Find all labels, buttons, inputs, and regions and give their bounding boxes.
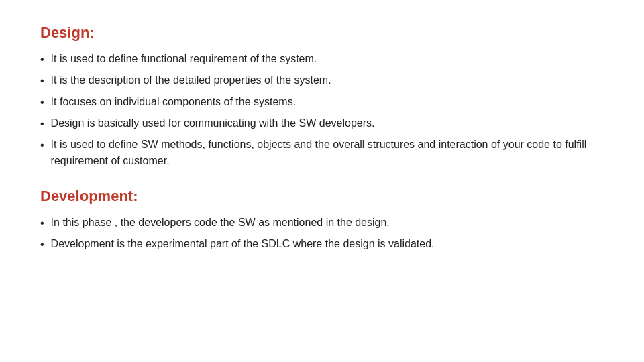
development-bullet-item: •Development is the experimental part of… xyxy=(40,236,604,253)
design-bullet-item: •Design is basically used for communicat… xyxy=(40,115,604,132)
design-bullet-text: It focuses on individual components of t… xyxy=(51,94,297,110)
bullet-symbol: • xyxy=(40,52,44,68)
development-bullet-list: •In this phase , the developers code the… xyxy=(40,215,604,253)
bullet-symbol: • xyxy=(40,237,44,253)
design-bullet-text: It is the description of the detailed pr… xyxy=(51,72,331,88)
design-bullet-item: •It is used to define SW methods, functi… xyxy=(40,137,604,169)
development-title: Development: xyxy=(40,188,604,205)
design-section: Design: •It is used to define functional… xyxy=(40,24,604,169)
bullet-symbol: • xyxy=(40,95,44,111)
page-container: Design: •It is used to define functional… xyxy=(0,0,644,285)
development-section: Development: •In this phase , the develo… xyxy=(40,188,604,253)
design-bullet-item: •It is the description of the detailed p… xyxy=(40,72,604,89)
development-bullet-text: Development is the experimental part of … xyxy=(51,236,435,252)
development-bullet-text: In this phase , the developers code the … xyxy=(51,215,390,231)
bullet-symbol: • xyxy=(40,215,44,231)
bullet-symbol: • xyxy=(40,116,44,132)
design-bullet-item: •It is used to define functional require… xyxy=(40,51,604,68)
design-bullet-item: •It focuses on individual components of … xyxy=(40,94,604,111)
development-bullet-item: •In this phase , the developers code the… xyxy=(40,215,604,231)
design-bullet-text: It is used to define SW methods, functio… xyxy=(51,137,604,169)
design-bullet-text: Design is basically used for communicati… xyxy=(51,115,375,131)
design-title: Design: xyxy=(40,24,604,42)
bullet-symbol: • xyxy=(40,73,44,89)
bullet-symbol: • xyxy=(40,137,44,154)
design-bullet-text: It is used to define functional requirem… xyxy=(51,51,317,67)
design-bullet-list: •It is used to define functional require… xyxy=(40,51,604,169)
